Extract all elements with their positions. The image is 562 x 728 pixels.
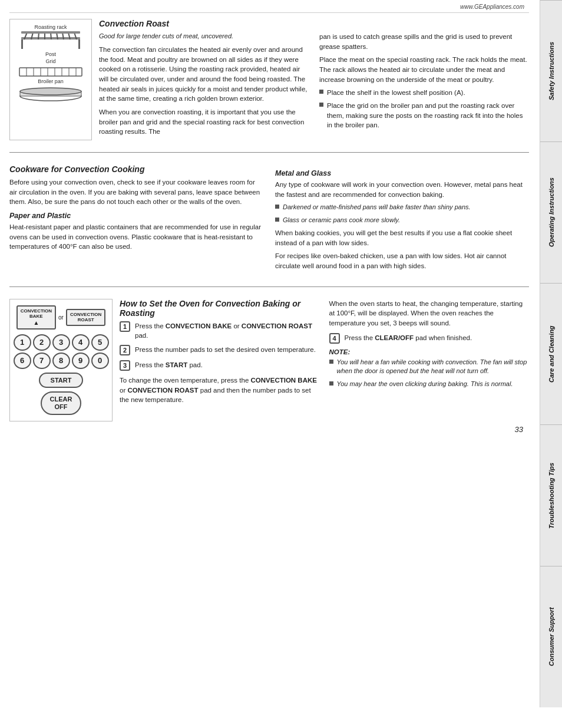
step-1-text: Press the CONVECTION BAKE or CONVECTION …: [135, 321, 320, 340]
step-3: 3 Press the START pad.: [120, 360, 320, 371]
url-bar: www.GEAppliances.com: [9, 0, 529, 13]
convection-roast-button[interactable]: CONVECTION ROAST: [66, 309, 105, 326]
start-button[interactable]: START: [39, 373, 84, 388]
step-4: 4 Press the CLEAR/OFF pad when finished.: [329, 333, 530, 344]
metal-glass-para2: For recipes like oven-baked chicken, use…: [275, 251, 529, 271]
paper-plastic-text: Heat-resistant paper and plastic contain…: [9, 222, 263, 252]
bullet-icon: [275, 205, 279, 209]
cookware-intro: Before using your convection oven, check…: [9, 177, 263, 207]
svg-rect-13: [19, 68, 82, 76]
broiler-pan-label: Broiler pan: [38, 78, 64, 84]
note-bullet2-text: You may hear the oven clicking during ba…: [337, 380, 513, 388]
convection-roast-text: Convection Roast Good for large tender c…: [99, 19, 529, 140]
note-label: NOTE:: [329, 348, 530, 355]
convection-roast-section: Roasting rack Post Grid: [9, 13, 529, 146]
convection-para3: pan is used to catch grease spills and t…: [319, 32, 529, 51]
convection-para4: Place the meat on the special roasting r…: [319, 55, 529, 84]
metal-glass-para1: When baking cookies, you will get the be…: [275, 228, 529, 248]
key-0[interactable]: 0: [91, 353, 109, 369]
how-to-right-col: When the oven starts to heat, the changi…: [329, 299, 530, 422]
cookware-title: Cookware for Convection Cooking: [9, 164, 263, 174]
convection-para1: The convection fan circulates the heated…: [99, 45, 309, 104]
roasting-rack-svg: [18, 31, 83, 49]
how-to-left-col: How to Set the Oven for Convection Bakin…: [120, 299, 320, 422]
divider-2: [9, 286, 529, 287]
tab-consumer-support[interactable]: Consumer Support: [540, 566, 562, 707]
bake-line1: CONVECTION: [21, 308, 52, 314]
convection-roast-title: Convection Roast: [99, 19, 529, 28]
note-bullet1: You will hear a fan while cooking with c…: [329, 358, 530, 376]
keypad: CONVECTION BAKE ▲ or CONVECTION ROAST 1 …: [9, 299, 113, 422]
convection-bake-button[interactable]: CONVECTION BAKE ▲: [16, 305, 56, 330]
key-1[interactable]: 1: [14, 334, 31, 351]
convection-bullet1: Place the shelf in the lowest shelf posi…: [319, 88, 529, 97]
key-6[interactable]: 6: [14, 353, 31, 369]
bullet-icon: [275, 218, 279, 222]
tab-safety-instructions[interactable]: Safety Instructions: [540, 0, 562, 141]
how-to-section: CONVECTION BAKE ▲ or CONVECTION ROAST 1 …: [9, 293, 529, 422]
convection-buttons-row: CONVECTION BAKE ▲ or CONVECTION ROAST: [16, 305, 106, 330]
svg-rect-11: [21, 39, 23, 49]
cookware-section: Cookware for Convection Cooking Before u…: [9, 159, 529, 281]
metal-glass-intro: Any type of cookware will work in your c…: [275, 180, 529, 199]
note-bullet1-text: You will hear a fan while cooking with c…: [337, 358, 530, 376]
broiler-pan-svg: [18, 85, 83, 102]
svg-point-24: [20, 88, 81, 95]
roast-line1: CONVECTION: [70, 312, 101, 318]
step3-change-text: To change the oven temperature, press th…: [120, 375, 320, 405]
key-5[interactable]: 5: [91, 334, 109, 351]
post-label: Post: [45, 51, 56, 57]
step-4-text: Press the CLEAR/OFF pad when finished.: [345, 333, 472, 342]
key-7[interactable]: 7: [33, 353, 51, 369]
tab-troubleshooting-tips[interactable]: Troubleshooting Tips: [540, 424, 562, 566]
bullet-icon: [329, 360, 333, 364]
step-1-num: 1: [120, 321, 130, 332]
convection-left-col: Good for large tender cuts of meat, unco…: [99, 32, 309, 140]
step-2-num: 2: [120, 345, 130, 355]
roasting-diagram: Roasting rack Post Grid: [9, 19, 92, 140]
metal-glass-title: Metal and Glass: [275, 169, 529, 177]
metal-glass-bullet1: Darkened or matte-finished pans will bak…: [275, 203, 529, 212]
number-grid: 1 2 3 4 5 6 7 8 9 0: [14, 334, 109, 369]
note-bullet2: You may hear the oven clicking during ba…: [329, 380, 530, 388]
paper-plastic-title: Paper and Plastic: [9, 212, 263, 220]
sidebar: Safety Instructions Operating Instructio…: [540, 0, 562, 707]
key-9[interactable]: 9: [72, 353, 90, 369]
how-to-title: How to Set the Oven for Convection Bakin…: [120, 299, 320, 318]
svg-rect-12: [78, 39, 80, 49]
step-1: 1 Press the CONVECTION BAKE or CONVECTIO…: [120, 321, 320, 340]
key-8[interactable]: 8: [52, 353, 70, 369]
step-3-num: 3: [120, 360, 130, 371]
divider-1: [9, 152, 529, 153]
tab-care-and-cleaning[interactable]: Care and Cleaning: [540, 283, 562, 424]
key-3[interactable]: 3: [52, 334, 70, 351]
roasting-rack-label: Roasting rack: [34, 24, 67, 30]
cookware-right: Metal and Glass Any type of cookware wil…: [275, 164, 529, 275]
svg-rect-10: [21, 31, 80, 34]
how-to-text: How to Set the Oven for Convection Bakin…: [120, 299, 529, 422]
clear-off-button[interactable]: CLEAROFF: [41, 391, 82, 415]
right-para1: When the oven starts to heat, the changi…: [329, 299, 530, 328]
step-4-num: 4: [329, 333, 340, 344]
bullet-icon: [329, 381, 333, 386]
step-2: 2 Press the number pads to set the desir…: [120, 345, 320, 355]
tab-operating-instructions[interactable]: Operating Instructions: [540, 141, 562, 283]
bullet-icon: [319, 103, 323, 107]
key-4[interactable]: 4: [72, 334, 90, 351]
bullet-icon: [319, 90, 323, 94]
key-2[interactable]: 2: [33, 334, 51, 351]
step-3-text: Press the START pad.: [135, 360, 203, 370]
convection-bullet2: Place the grid on the broiler pan and pu…: [319, 101, 529, 129]
main-content: www.GEAppliances.com Roasting rack: [0, 0, 538, 443]
step-2-text: Press the number pads to set the desired…: [135, 345, 316, 354]
metal-glass-bullet2: Glass or ceramic pans cook more slowly.: [275, 216, 529, 225]
convection-right-col: pan is used to catch grease spills and t…: [319, 32, 529, 140]
or-text: or: [58, 314, 64, 321]
page-number: 33: [9, 421, 529, 434]
bake-line2: BAKE: [21, 314, 52, 319]
convection-para2: When you are convection roasting, it is …: [99, 107, 309, 137]
grid-svg: [18, 65, 83, 78]
grid-label: Grid: [45, 58, 55, 64]
cookware-left: Cookware for Convection Cooking Before u…: [9, 164, 263, 275]
roast-line2: ROAST: [70, 317, 101, 323]
